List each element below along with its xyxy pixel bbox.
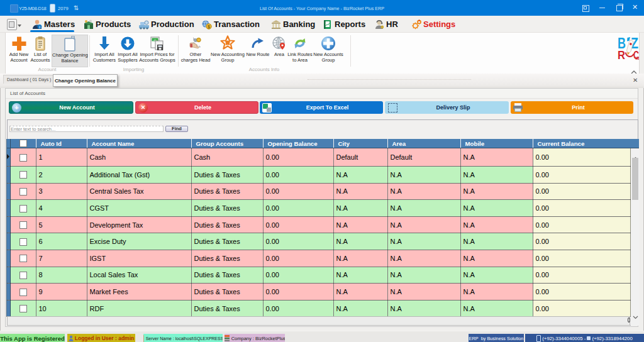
svg-text:R: R [618,49,625,60]
svg-text:$: $ [208,24,210,29]
